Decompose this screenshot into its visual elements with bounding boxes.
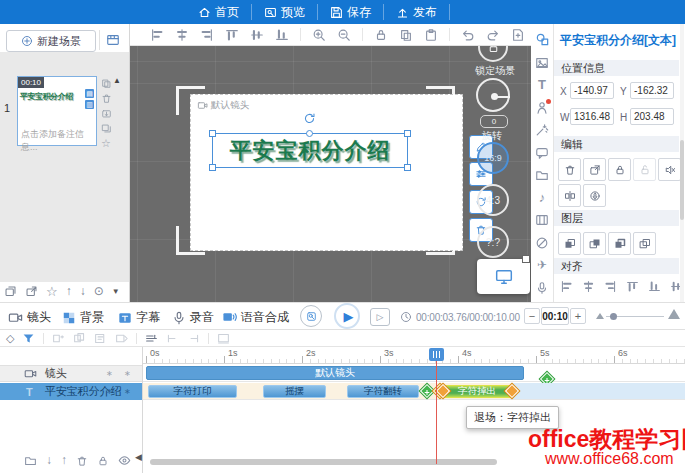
redo-icon[interactable] bbox=[486, 28, 500, 42]
resize-handle-nw[interactable] bbox=[209, 130, 216, 137]
share-icon[interactable] bbox=[25, 285, 38, 298]
zoom-in-icon[interactable] bbox=[312, 28, 326, 42]
shape-tool-icon[interactable] bbox=[535, 32, 550, 47]
zoom-out-icon[interactable] bbox=[337, 28, 351, 42]
row-toggle-dot[interactable]: ∗ bbox=[106, 369, 113, 378]
x-input[interactable]: -140.97 bbox=[570, 82, 614, 99]
record-tab[interactable]: 录音 bbox=[172, 309, 214, 326]
scene-note-placeholder[interactable]: 点击添加备注信息... bbox=[21, 128, 96, 154]
mute-button[interactable] bbox=[658, 158, 681, 181]
text-track-row[interactable]: 字符打印 摇摆 字符翻转 字符掉出 bbox=[143, 383, 685, 400]
new-page-icon[interactable] bbox=[511, 28, 525, 42]
camera-row-header[interactable]: 镜头 ∗ ∗ bbox=[0, 365, 142, 382]
collapse-left-icon[interactable]: ◀ bbox=[135, 452, 142, 462]
embed-button[interactable] bbox=[583, 158, 606, 181]
plane-tool-icon[interactable]: ✈ bbox=[537, 258, 547, 272]
tts-tab[interactable]: 语音合成 bbox=[222, 309, 289, 326]
duration-plus-button[interactable]: + bbox=[570, 308, 586, 324]
flip-button[interactable] bbox=[558, 184, 581, 207]
thumb-tool-icon[interactable]: ▤ bbox=[85, 89, 94, 98]
align-left-icon[interactable] bbox=[560, 280, 573, 293]
emphasis-animation-segment-2[interactable]: 字符翻转 bbox=[347, 385, 419, 398]
callout-tool-icon[interactable] bbox=[535, 146, 549, 160]
preview-scene-button[interactable] bbox=[300, 305, 322, 327]
split-track-icon[interactable] bbox=[145, 332, 158, 345]
copy-icon[interactable] bbox=[399, 28, 413, 42]
row-toggle-dot[interactable]: ∗ bbox=[106, 387, 113, 396]
save-button[interactable]: 保存 bbox=[318, 0, 383, 24]
move-up-icon[interactable]: ↑ bbox=[66, 285, 72, 298]
scroll-up-icon[interactable]: ▲ bbox=[113, 76, 121, 85]
filter-icon[interactable] bbox=[22, 332, 35, 345]
delete-scene-icon[interactable] bbox=[101, 93, 112, 104]
align-bottom-icon[interactable] bbox=[648, 280, 661, 293]
align-middle-v-icon[interactable] bbox=[250, 28, 264, 42]
duration-minus-button[interactable]: − bbox=[524, 308, 540, 324]
lock-icon[interactable] bbox=[97, 455, 109, 467]
scrollbar-thumb[interactable] bbox=[680, 140, 684, 220]
move-down-icon[interactable]: ↓ bbox=[46, 454, 52, 467]
undo-icon[interactable] bbox=[461, 28, 475, 42]
video-tool-icon[interactable] bbox=[535, 213, 549, 227]
subtitle-tab[interactable]: 字幕 bbox=[118, 309, 160, 326]
y-input[interactable]: -162.32 bbox=[630, 82, 674, 99]
history-icon[interactable] bbox=[4, 285, 17, 298]
folder-icon[interactable] bbox=[24, 454, 37, 467]
delete-button[interactable] bbox=[558, 158, 581, 181]
exit-animation-segment[interactable]: 字符掉出 bbox=[441, 385, 513, 398]
camera-tab[interactable]: 镜头 bbox=[8, 309, 51, 326]
folder-tool-icon[interactable] bbox=[535, 168, 549, 182]
favorite-scene-icon[interactable]: ☆ bbox=[101, 138, 112, 148]
timeline-ruler[interactable]: 0s 1s 2s 3s 4s 5s 6s bbox=[143, 347, 685, 364]
scene-thumbnail[interactable]: 00:10 平安宝积分介绍 ▤ ▥ 点击添加备注信息... bbox=[17, 76, 97, 146]
align-top-icon[interactable] bbox=[225, 28, 239, 42]
dial-tool-icon[interactable] bbox=[535, 236, 549, 250]
w-input[interactable]: 1316.48 bbox=[570, 108, 614, 125]
text-element[interactable]: 平安宝积分介绍 bbox=[213, 136, 407, 166]
send-backward-button[interactable] bbox=[633, 232, 656, 255]
background-tab[interactable]: 背景 bbox=[62, 309, 104, 326]
align-left-icon[interactable] bbox=[150, 28, 164, 42]
text-tool-icon[interactable]: T bbox=[538, 78, 546, 92]
expand-preview-icon[interactable] bbox=[522, 255, 530, 263]
zoom-small-icon[interactable] bbox=[596, 313, 604, 319]
mini-preview-window[interactable] bbox=[477, 259, 530, 294]
music-tool-icon[interactable]: ♪ bbox=[539, 191, 546, 205]
row-toggle-dot[interactable]: ∗ bbox=[124, 369, 131, 378]
rotate-handle-icon[interactable] bbox=[303, 112, 316, 125]
ratio-4-3-button[interactable]: 4:3 bbox=[477, 184, 509, 216]
scene-area[interactable]: 默认镜头 平安宝积分介绍 bbox=[190, 94, 463, 251]
resize-handle-sw[interactable] bbox=[209, 164, 216, 171]
resize-handle-se[interactable] bbox=[404, 164, 411, 171]
character-tool-icon[interactable] bbox=[535, 101, 549, 115]
storyboard-button[interactable] bbox=[99, 30, 125, 50]
scene-duration-input[interactable]: 00:10 bbox=[541, 307, 569, 325]
align-right-icon[interactable] bbox=[200, 28, 214, 42]
ratio-16-9-button[interactable]: 16:9 bbox=[477, 142, 509, 174]
effect-tool-icon[interactable] bbox=[535, 123, 549, 137]
preview-button[interactable]: 预览 bbox=[252, 0, 317, 24]
voice-tool-icon[interactable] bbox=[535, 281, 549, 295]
move-up-icon[interactable]: ↑ bbox=[61, 454, 67, 467]
bring-forward-button[interactable] bbox=[608, 232, 631, 255]
play-button[interactable]: ▶ bbox=[334, 303, 360, 329]
row-toggle-dot[interactable]: ∗ bbox=[124, 387, 131, 396]
resize-handle-ne[interactable] bbox=[404, 130, 411, 137]
thumb-tool-icon[interactable]: ▥ bbox=[85, 100, 94, 109]
send-to-back-button[interactable] bbox=[583, 232, 606, 255]
image-tool-icon[interactable] bbox=[535, 56, 549, 70]
timeline-hscrollbar[interactable] bbox=[150, 459, 497, 465]
ratio-custom-button[interactable]: ?:? bbox=[477, 226, 509, 258]
rotate-anchor-handle[interactable] bbox=[306, 130, 313, 137]
slides-icon[interactable] bbox=[101, 123, 112, 134]
zoom-large-icon[interactable] bbox=[668, 309, 680, 319]
lock-icon[interactable] bbox=[374, 28, 388, 42]
favorite-icon[interactable]: ☆ bbox=[46, 285, 58, 298]
text-row-header[interactable]: T 平安宝积分介绍 ∗ ∗ bbox=[0, 383, 142, 400]
camera-track-row[interactable]: 默认镜头 bbox=[143, 365, 685, 382]
enter-animation-segment[interactable]: 字符打印 bbox=[148, 385, 237, 398]
eye-icon[interactable] bbox=[118, 454, 131, 467]
default-camera-bar[interactable]: 默认镜头 bbox=[146, 366, 524, 380]
align-center-h-icon[interactable] bbox=[582, 280, 595, 293]
align-top-icon[interactable] bbox=[626, 280, 639, 293]
